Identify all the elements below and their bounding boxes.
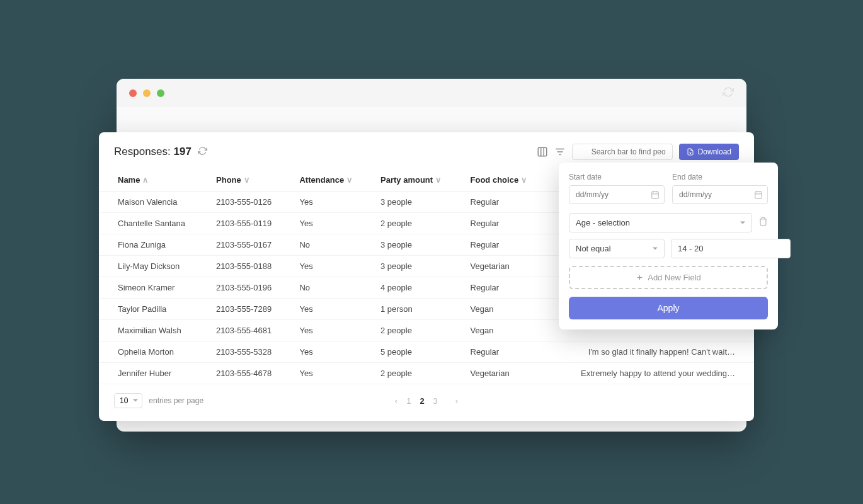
filter-icon[interactable] [554, 146, 566, 158]
trash-icon[interactable] [758, 217, 768, 229]
browser-header [117, 79, 746, 107]
col-phone[interactable]: Phone∨ [207, 169, 290, 192]
traffic-lights [129, 89, 164, 97]
download-icon [687, 148, 694, 156]
page-1[interactable]: 1 [406, 396, 411, 406]
col-name[interactable]: Name∧ [99, 169, 207, 192]
plus-icon [636, 273, 644, 282]
pagination: ‹ 123 › [395, 396, 458, 406]
maximize-icon[interactable] [157, 89, 164, 97]
minimize-icon[interactable] [143, 89, 151, 97]
refresh-icon[interactable] [198, 146, 207, 158]
table-row[interactable]: Jennifer Huber2103-555-4678Yes2 peopleVe… [99, 363, 754, 384]
columns-icon[interactable] [537, 146, 548, 158]
next-page-icon[interactable]: › [455, 396, 458, 406]
calendar-icon [651, 190, 660, 199]
col-attendance[interactable]: Attendance∨ [290, 169, 372, 192]
page-2[interactable]: 2 [420, 396, 424, 406]
panel-footer: 10 entries per page ‹ 123 › [99, 384, 754, 421]
col-party[interactable]: Party amount∨ [372, 169, 462, 192]
apply-button[interactable]: Apply [569, 297, 768, 319]
entries-per-page-select[interactable]: 10 [114, 393, 142, 408]
close-icon[interactable] [129, 89, 137, 97]
svg-rect-9 [652, 192, 659, 198]
sort-icon: ∨ [435, 175, 442, 185]
page-title: Responses: 197 [114, 146, 191, 158]
sort-icon: ∨ [521, 175, 527, 185]
search-input[interactable] [572, 144, 673, 160]
toolbar: Download [537, 144, 739, 160]
end-date-label: End date [672, 173, 768, 181]
add-field-button[interactable]: Add New Field [569, 266, 768, 289]
prev-page-icon[interactable]: ‹ [395, 396, 397, 406]
refresh-icon[interactable] [723, 86, 734, 100]
sort-icon: ∨ [346, 175, 353, 185]
filter-popup: Start date End date Age - selection Not … [559, 163, 778, 329]
sort-icon: ∨ [244, 175, 250, 185]
download-button[interactable]: Download [679, 144, 739, 160]
filter-field-select[interactable]: Age - selection [569, 213, 752, 232]
svg-rect-13 [755, 192, 762, 198]
table-row[interactable]: Ophelia Morton2103-555-5328Yes5 peopleRe… [99, 341, 754, 363]
start-date-label: Start date [569, 173, 665, 181]
svg-rect-0 [538, 147, 547, 156]
calendar-icon [754, 190, 763, 199]
filter-value-input[interactable] [671, 239, 791, 258]
col-food[interactable]: Food choice∨ [462, 169, 547, 192]
filter-operator-select[interactable]: Not equal [569, 239, 665, 258]
sort-asc-icon: ∧ [142, 175, 149, 185]
page-3[interactable]: 3 [433, 396, 438, 406]
entries-label: entries per page [149, 396, 203, 405]
